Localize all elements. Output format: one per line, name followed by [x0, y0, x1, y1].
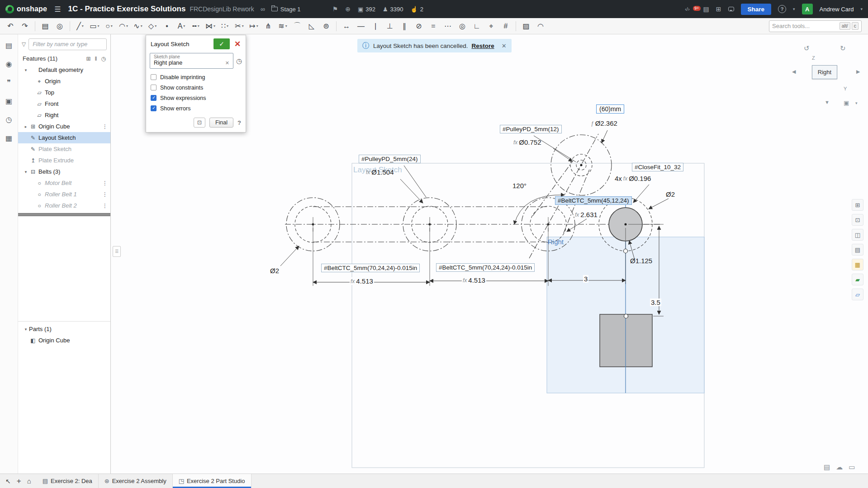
feature-top[interactable]: ▱ Top [18, 87, 110, 98]
dock-follow-mode-icon[interactable]: ◉ [4, 58, 14, 69]
rotate-right-arrow-icon[interactable]: ▶ [856, 69, 860, 75]
dim-35[interactable]: 3.5 [650, 298, 661, 306]
feature-plate-sketch[interactable]: ✎ Plate Sketch [18, 143, 110, 155]
sketch-properties-button[interactable]: ▤ [38, 20, 52, 33]
option-show-constraints[interactable]: Show constraints [151, 82, 241, 93]
tree-caret-icon[interactable]: ▸ [23, 124, 29, 129]
parallel-constraint[interactable]: ∥ [398, 20, 411, 33]
help-button[interactable]: ? [778, 5, 786, 13]
section-view-icon[interactable]: ◫ [852, 229, 863, 241]
feature-default-geometry[interactable]: ▾ Default geometry [18, 64, 110, 76]
cloud-status-icon[interactable]: ☁ [836, 463, 843, 471]
sketch-modes-button[interactable]: ◠ [534, 20, 547, 33]
tangent-constraint[interactable]: ⊘ [412, 20, 426, 33]
dock-checks-icon[interactable]: ▣ [4, 95, 14, 106]
dialog-help-icon[interactable]: ? [237, 119, 241, 126]
feature-front[interactable]: ▱ Front [18, 98, 110, 109]
dimension-tool[interactable]: ↔ [340, 20, 353, 33]
feature-belts-folder[interactable]: ▾ ⊟ Belts (3) [18, 166, 110, 177]
checkbox[interactable] [151, 74, 157, 80]
inspect-button[interactable]: ◎ [53, 20, 66, 33]
cancel-button[interactable]: ✕ [233, 39, 242, 49]
tree-caret-icon[interactable]: ▾ [23, 68, 29, 72]
add-tab-button[interactable]: + [17, 477, 21, 486]
label-beltctc-45[interactable]: #BeltCTC_5mm(45,12,24) [555, 196, 632, 205]
history-clock-icon[interactable]: ◷ [236, 57, 242, 65]
undo-button[interactable]: ↶ [4, 20, 17, 33]
commit-button[interactable]: ✓ [213, 38, 230, 49]
search-tools-box[interactable]: alt/ c [769, 20, 862, 32]
main-menu-icon[interactable]: ☰ [54, 5, 61, 14]
pattern-tool[interactable]: ∷ [218, 20, 232, 33]
dim-4513-left[interactable]: fx 4.513 [350, 277, 374, 285]
dim-bore-1125[interactable]: Ø1.125 [630, 257, 652, 265]
dim-pd-1504[interactable]: fx Ø1.504 [365, 168, 395, 176]
monitor-icon[interactable]: ▭ [849, 463, 855, 471]
feature-origin-cube[interactable]: ▸ ⊞ Origin Cube ⋮ [18, 121, 110, 132]
use-project-tool[interactable]: ⊚ [319, 20, 333, 33]
banner-close-icon[interactable]: ✕ [502, 43, 507, 49]
document-title[interactable]: 1C - Practice Exercise Solutions [68, 5, 186, 14]
checkbox[interactable] [151, 95, 157, 101]
construction-tool[interactable]: ╍ [189, 20, 203, 33]
rollback-bar[interactable] [18, 213, 110, 216]
dim-4513-right[interactable]: fx 4.513 [462, 276, 486, 284]
globe-icon[interactable]: ⊕ [345, 5, 351, 13]
polygon-tool[interactable]: ◇ [146, 20, 159, 33]
dock-tables-icon[interactable]: ▦ [4, 133, 14, 143]
tab-exercise-2-part-studio[interactable]: ◳ Exercise 2 Part Studio [173, 474, 251, 488]
checkbox[interactable] [151, 105, 157, 111]
zoom-fit-icon[interactable]: ⊡ [852, 214, 863, 226]
dock-history-icon[interactable]: ◷ [4, 114, 14, 125]
tree-caret-icon[interactable]: ▾ [23, 170, 29, 174]
normal-constraint[interactable]: ∟ [470, 20, 484, 33]
text-tool[interactable]: A [175, 20, 188, 33]
horizontal-constraint[interactable]: ― [354, 20, 368, 33]
onshape-logo-text[interactable]: onshape [17, 5, 47, 13]
dim-3[interactable]: 3 [583, 275, 588, 283]
option-show-expressions[interactable]: Show expressions [151, 93, 241, 103]
dock-comments-icon[interactable]: ❞ [4, 77, 14, 88]
tool-button[interactable] [35, 21, 35, 31]
final-button[interactable]: Final [209, 118, 233, 128]
dev-api-icon[interactable]: ‹/› [685, 6, 689, 12]
select-tool-icon[interactable]: ↖ [5, 478, 11, 485]
stat-followers[interactable]: ♟ 3390 [383, 6, 403, 13]
context-menu-icon[interactable]: ⋮ [102, 203, 108, 209]
pierce-constraint[interactable]: ⌖ [484, 20, 498, 33]
option-disable-imprinting[interactable]: Disable imprinting [151, 72, 241, 82]
sketch-plane-field[interactable]: Sketch plane Right plane ✕ [150, 53, 233, 69]
dock-feature-list-icon[interactable]: ▤ [4, 40, 14, 51]
rollback-pause-icon[interactable]: ‖ [95, 56, 97, 62]
shaded-view-icon[interactable]: ▦ [852, 259, 863, 270]
user-menu-caret-icon[interactable]: ▾ [860, 7, 863, 11]
search-tools-input[interactable] [772, 23, 838, 29]
zoom-window-icon[interactable]: ⊞ [852, 199, 863, 211]
circle-tool[interactable]: ○ [102, 20, 116, 33]
fix-constraint[interactable]: # [499, 20, 512, 33]
feature-origin[interactable]: ⌖ Origin [18, 76, 110, 87]
chamfer-tool[interactable]: ◺ [305, 20, 318, 33]
trim-tool[interactable]: ✂ [232, 20, 246, 33]
line-tool[interactable]: ╱ [73, 20, 87, 33]
tab-exercise-2-dea[interactable]: ▤ Exercise 2: Dea [37, 474, 99, 488]
offset-tool[interactable]: ≋ [276, 20, 289, 33]
view-cube-face-right[interactable]: Right [812, 65, 837, 79]
plane-visibility-icon[interactable]: ▱ [852, 289, 863, 300]
dim-2631[interactable]: fx 2.631 [574, 211, 598, 218]
context-menu-icon[interactable]: ⋮ [102, 180, 108, 186]
dim-angle-120[interactable]: 120° [512, 182, 526, 190]
label-pulley-24[interactable]: #PulleyPD_5mm(24) [359, 155, 421, 163]
point-tool[interactable]: • [160, 20, 174, 33]
tool-button[interactable] [336, 21, 337, 31]
redo-button[interactable]: ↷ [18, 20, 32, 33]
concentric-constraint[interactable]: ◎ [455, 20, 469, 33]
clear-selection-icon[interactable]: ✕ [225, 60, 229, 66]
checkbox[interactable] [151, 85, 157, 90]
rectangle-tool[interactable]: ▭ [88, 20, 101, 33]
hidden-edges-icon[interactable]: ▤ [852, 244, 863, 256]
view-cube-home-icon[interactable]: ▣ [844, 99, 849, 106]
home-button[interactable]: ⌂ [27, 477, 31, 485]
tasks-icon[interactable]: ▤ [703, 5, 709, 13]
dim-od-2362[interactable]: ƒ Ø2.362 [590, 119, 618, 127]
